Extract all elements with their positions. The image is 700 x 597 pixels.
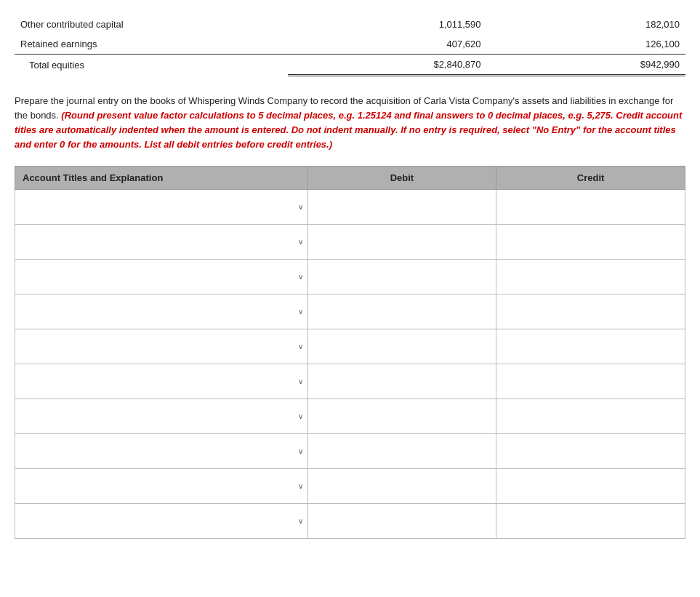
journal-account-td-6: ∨ — [15, 398, 308, 433]
chevron-down-icon-7: ∨ — [298, 447, 303, 455]
instructions-block: Prepare the journal entry on the books o… — [15, 94, 685, 153]
debit-input-5[interactable] — [313, 367, 492, 395]
journal-account-td-0: ∨ — [15, 189, 308, 224]
summary-col1-2: $2,840,870 — [288, 55, 486, 76]
journal-debit-td-0 — [307, 189, 496, 224]
credit-input-5[interactable] — [501, 367, 680, 395]
debit-input-6[interactable] — [313, 402, 492, 430]
credit-input-2[interactable] — [501, 263, 680, 290]
credit-input-8[interactable] — [501, 472, 680, 500]
account-select-3[interactable] — [20, 297, 298, 325]
chevron-down-icon-3: ∨ — [298, 308, 303, 316]
summary-col1-1: 407,620 — [288, 34, 486, 55]
summary-col2-0: 182,010 — [487, 15, 686, 34]
journal-account-td-9: ∨ — [15, 503, 308, 538]
debit-input-8[interactable] — [313, 472, 492, 500]
journal-debit-td-4 — [307, 329, 496, 364]
credit-input-3[interactable] — [501, 297, 680, 325]
chevron-down-icon-2: ∨ — [298, 273, 303, 281]
credit-input-7[interactable] — [501, 437, 680, 465]
summary-label-0: Other contributed capital — [15, 15, 288, 34]
credit-input-4[interactable] — [501, 332, 680, 360]
journal-debit-td-7 — [307, 433, 496, 468]
summary-col2-1: 126,100 — [487, 34, 686, 55]
account-select-7[interactable] — [20, 437, 298, 465]
chevron-down-icon-1: ∨ — [298, 238, 303, 246]
chevron-down-icon-4: ∨ — [298, 342, 303, 350]
journal-debit-td-3 — [307, 294, 496, 329]
account-select-8[interactable] — [20, 472, 298, 500]
journal-account-td-5: ∨ — [15, 364, 308, 398]
journal-credit-td-1 — [496, 224, 685, 259]
debit-input-3[interactable] — [313, 297, 492, 325]
credit-input-0[interactable] — [501, 193, 680, 220]
account-select-1[interactable] — [20, 228, 298, 255]
journal-credit-td-9 — [496, 503, 685, 538]
journal-account-td-4: ∨ — [15, 329, 308, 364]
credit-input-6[interactable] — [501, 402, 680, 430]
summary-table: Other contributed capital1,011,590182,01… — [15, 15, 685, 76]
journal-credit-td-7 — [496, 433, 685, 468]
header-debit: Debit — [307, 166, 496, 189]
chevron-down-icon-9: ∨ — [298, 517, 303, 525]
journal-account-td-3: ∨ — [15, 294, 308, 329]
header-account: Account Titles and Explanation — [15, 166, 308, 189]
instructions-bold-red: (Round present value factor calculations… — [15, 110, 682, 150]
journal-account-td-1: ∨ — [15, 224, 308, 259]
credit-input-1[interactable] — [501, 228, 680, 255]
account-select-0[interactable] — [20, 193, 298, 220]
journal-credit-td-6 — [496, 398, 685, 433]
journal-debit-td-2 — [307, 259, 496, 294]
journal-credit-td-0 — [496, 189, 685, 224]
journal-account-td-7: ∨ — [15, 433, 308, 468]
journal-credit-td-4 — [496, 329, 685, 364]
account-select-6[interactable] — [20, 402, 298, 430]
summary-col1-0: 1,011,590 — [288, 15, 486, 34]
chevron-down-icon-5: ∨ — [298, 377, 303, 385]
account-select-5[interactable] — [20, 367, 298, 395]
account-select-2[interactable] — [20, 263, 298, 290]
account-select-4[interactable] — [20, 332, 298, 360]
journal-credit-td-5 — [496, 364, 685, 398]
debit-input-7[interactable] — [313, 437, 492, 465]
journal-account-td-8: ∨ — [15, 468, 308, 503]
summary-label-1: Retained earnings — [15, 34, 288, 55]
debit-input-0[interactable] — [313, 193, 492, 220]
journal-account-td-2: ∨ — [15, 259, 308, 294]
credit-input-9[interactable] — [501, 507, 680, 534]
header-credit: Credit — [496, 166, 685, 189]
account-select-9[interactable] — [20, 507, 298, 534]
debit-input-4[interactable] — [313, 332, 492, 360]
summary-label-2: Total equities — [15, 55, 288, 76]
journal-table: Account Titles and Explanation Debit Cre… — [15, 166, 685, 539]
chevron-down-icon-0: ∨ — [298, 203, 303, 211]
debit-input-1[interactable] — [313, 228, 492, 255]
debit-input-2[interactable] — [313, 263, 492, 290]
chevron-down-icon-6: ∨ — [298, 412, 303, 420]
journal-debit-td-6 — [307, 398, 496, 433]
debit-input-9[interactable] — [313, 507, 492, 534]
journal-debit-td-1 — [307, 224, 496, 259]
journal-debit-td-9 — [307, 503, 496, 538]
journal-credit-td-8 — [496, 468, 685, 503]
journal-credit-td-2 — [496, 259, 685, 294]
journal-debit-td-8 — [307, 468, 496, 503]
journal-credit-td-3 — [496, 294, 685, 329]
chevron-down-icon-8: ∨ — [298, 482, 303, 490]
summary-col2-2: $942,990 — [487, 55, 686, 76]
journal-debit-td-5 — [307, 364, 496, 398]
